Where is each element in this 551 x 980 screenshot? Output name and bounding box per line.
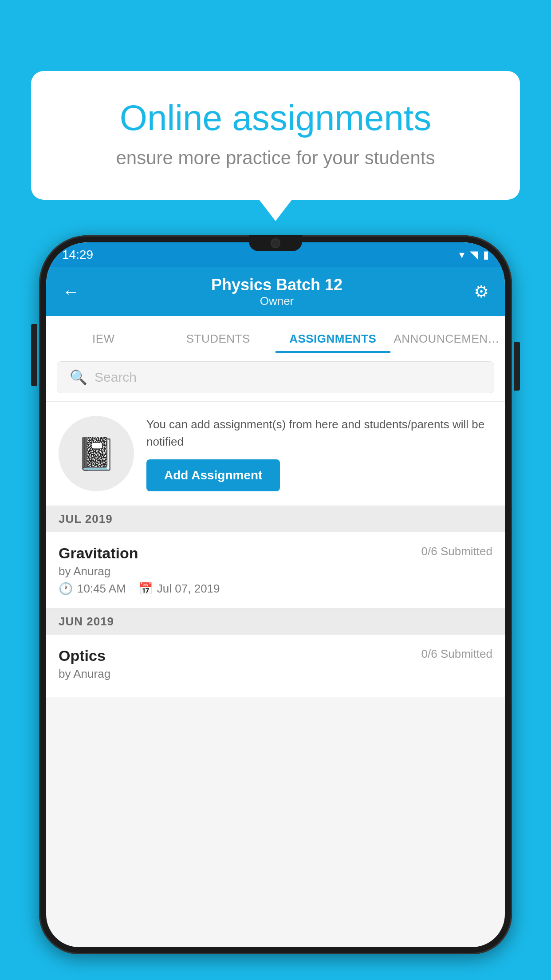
assignment-submitted-optics: 0/6 Submitted bbox=[421, 647, 492, 661]
tab-bar: IEW STUDENTS ASSIGNMENTS ANNOUNCEMENTS bbox=[46, 316, 505, 353]
month-section-jul: JUL 2019 bbox=[46, 506, 505, 532]
search-placeholder-text: Search bbox=[94, 370, 137, 385]
promo-description: You can add assignment(s) from here and … bbox=[146, 416, 492, 450]
header-center: Physics Batch 12 Owner bbox=[211, 276, 342, 308]
header-subtitle: Owner bbox=[211, 294, 342, 308]
status-icons: ▾ ◥ ▮ bbox=[459, 249, 489, 261]
phone-frame: 14:29 ▾ ◥ ▮ ← Physics Batch 12 Owner ⚙ I… bbox=[39, 235, 512, 980]
app-header: ← Physics Batch 12 Owner ⚙ bbox=[46, 267, 505, 316]
phone-screen: 14:29 ▾ ◥ ▮ ← Physics Batch 12 Owner ⚙ I… bbox=[46, 242, 505, 947]
speech-bubble-title: Online assignments bbox=[62, 98, 489, 138]
notch bbox=[249, 235, 302, 251]
month-section-jun: JUN 2019 bbox=[46, 609, 505, 635]
date-value-gravitation: Jul 07, 2019 bbox=[157, 582, 220, 596]
promo-text-area: You can add assignment(s) from here and … bbox=[146, 416, 492, 491]
clock-icon: 🕐 bbox=[59, 582, 73, 596]
tab-iew[interactable]: IEW bbox=[46, 332, 161, 353]
phone-outer: 14:29 ▾ ◥ ▮ ← Physics Batch 12 Owner ⚙ I… bbox=[39, 235, 512, 954]
settings-icon[interactable]: ⚙ bbox=[474, 282, 489, 301]
signal-icon: ◥ bbox=[470, 249, 478, 261]
assignment-row1-optics: Optics 0/6 Submitted bbox=[59, 647, 492, 664]
notebook-icon: 📓 bbox=[76, 435, 116, 473]
assignment-name-gravitation: Gravitation bbox=[59, 545, 138, 562]
assignment-item-optics[interactable]: Optics 0/6 Submitted by Anurag bbox=[46, 635, 505, 697]
month-label-jun: JUN 2019 bbox=[59, 615, 114, 628]
back-button[interactable]: ← bbox=[62, 282, 80, 302]
battery-icon: ▮ bbox=[483, 249, 489, 261]
tab-assignments[interactable]: ASSIGNMENTS bbox=[276, 332, 390, 353]
assignment-author-optics: by Anurag bbox=[59, 667, 492, 681]
time-value-gravitation: 10:45 AM bbox=[77, 582, 126, 596]
meta-date-gravitation: 📅 Jul 07, 2019 bbox=[138, 582, 220, 596]
assignment-item-gravitation[interactable]: Gravitation 0/6 Submitted by Anurag 🕐 10… bbox=[46, 532, 505, 609]
wifi-icon: ▾ bbox=[459, 249, 464, 261]
search-bar[interactable]: 🔍 Search bbox=[57, 361, 494, 393]
assignment-name-optics: Optics bbox=[59, 647, 106, 664]
tab-students[interactable]: STUDENTS bbox=[161, 332, 276, 353]
promo-card: 📓 You can add assignment(s) from here an… bbox=[46, 402, 505, 506]
speech-bubble-subtitle: ensure more practice for your students bbox=[62, 147, 489, 169]
speech-bubble: Online assignments ensure more practice … bbox=[31, 71, 520, 200]
assignment-meta-gravitation: 🕐 10:45 AM 📅 Jul 07, 2019 bbox=[59, 582, 492, 596]
speech-bubble-container: Online assignments ensure more practice … bbox=[31, 71, 520, 200]
assignment-author-gravitation: by Anurag bbox=[59, 565, 492, 578]
calendar-icon: 📅 bbox=[138, 582, 153, 596]
tab-announcements[interactable]: ANNOUNCEMENTS bbox=[390, 332, 505, 353]
promo-icon-circle: 📓 bbox=[59, 416, 134, 491]
search-bar-container: 🔍 Search bbox=[46, 353, 505, 402]
month-label-jul: JUL 2019 bbox=[59, 512, 113, 526]
notch-camera bbox=[271, 238, 280, 248]
assignment-submitted-gravitation: 0/6 Submitted bbox=[421, 545, 492, 558]
meta-time-gravitation: 🕐 10:45 AM bbox=[59, 582, 126, 596]
search-icon: 🔍 bbox=[70, 369, 87, 386]
add-assignment-button[interactable]: Add Assignment bbox=[146, 459, 280, 491]
header-title: Physics Batch 12 bbox=[211, 276, 342, 294]
status-time: 14:29 bbox=[62, 248, 93, 262]
assignment-row1: Gravitation 0/6 Submitted bbox=[59, 545, 492, 562]
